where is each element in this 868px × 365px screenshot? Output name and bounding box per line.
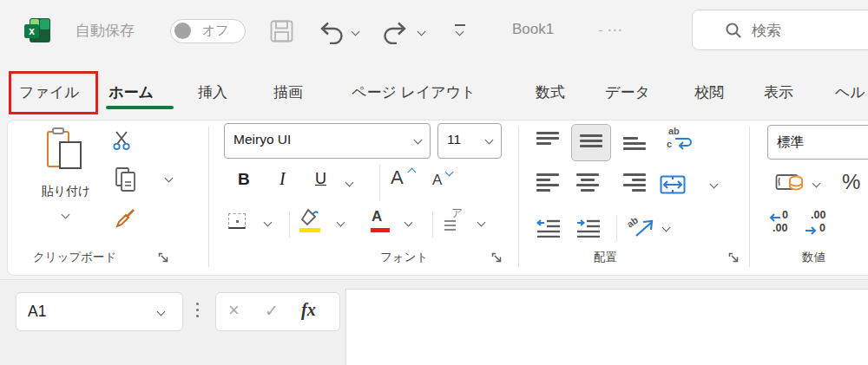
number-format-combo[interactable]: 標準: [767, 125, 868, 160]
tab-draw[interactable]: 描画: [273, 71, 303, 114]
tab-insert[interactable]: 挿入: [198, 71, 227, 114]
cell-reference: A1: [28, 303, 46, 321]
insert-function-icon[interactable]: fx: [301, 300, 316, 320]
number-group-label: 数値: [802, 250, 825, 265]
formula-buttons: × ✓ fx: [215, 292, 340, 331]
formula-bar-drag-dots-icon[interactable]: [196, 303, 200, 320]
clipboard-dialog-launcher-icon[interactable]: [158, 251, 169, 267]
clipboard-group-label: クリップボード: [33, 250, 116, 265]
font-name-value: Meiryo UI: [233, 132, 291, 147]
underline-dropdown-chevron[interactable]: [345, 179, 354, 187]
formula-input[interactable]: [345, 289, 868, 365]
search-icon: [725, 22, 742, 39]
tab-help[interactable]: ヘルプ: [835, 71, 868, 114]
cancel-icon[interactable]: ×: [228, 299, 240, 322]
alignment-dialog-launcher-icon[interactable]: [728, 251, 740, 267]
paste-button[interactable]: 貼り付け: [39, 184, 93, 199]
align-right-icon[interactable]: [623, 173, 646, 194]
quick-access-chevron-icon[interactable]: [454, 24, 466, 26]
percent-style-icon[interactable]: %: [842, 170, 860, 194]
redo-dropdown-chevron[interactable]: [418, 28, 426, 36]
currency-dropdown-chevron[interactable]: [812, 179, 821, 188]
search-box[interactable]: 検索: [692, 10, 868, 50]
redo-icon[interactable]: [383, 21, 409, 48]
group-separator: [208, 127, 209, 267]
number-format-value: 標準: [777, 134, 804, 152]
paste-icon[interactable]: [45, 127, 85, 174]
top-align-icon[interactable]: [536, 132, 559, 149]
copy-icon[interactable]: [115, 166, 137, 196]
autosave-toggle[interactable]: オフ: [170, 19, 246, 43]
increase-indent-icon[interactable]: [575, 218, 600, 241]
undo-dropdown-chevron[interactable]: [352, 28, 360, 36]
enter-icon[interactable]: ✓: [265, 301, 279, 321]
tab-data[interactable]: データ: [605, 71, 650, 114]
name-box-chevron[interactable]: [157, 308, 166, 316]
font-size-combo[interactable]: 11: [437, 123, 502, 159]
fill-color-icon[interactable]: [299, 208, 320, 231]
bold-button[interactable]: B: [238, 170, 250, 189]
font-color-dropdown-chevron[interactable]: [404, 218, 413, 227]
autosave-state: オフ: [202, 23, 229, 39]
phonetic-dropdown-chevron[interactable]: [477, 218, 486, 227]
document-title[interactable]: Book1: [512, 21, 554, 38]
name-box[interactable]: A1: [16, 292, 183, 331]
saved-status-indicator: - ⋯: [598, 21, 621, 39]
font-name-chevron[interactable]: [414, 136, 423, 145]
title-bar: x 自動保存 オフ: [0, 0, 868, 61]
wrap-text-icon[interactable]: ab c: [667, 127, 694, 155]
middle-align-button-selected[interactable]: [571, 124, 611, 161]
bottom-align-icon[interactable]: [623, 137, 646, 154]
decrease-decimal-icon[interactable]: .00 0: [806, 212, 835, 239]
active-tab-underline: [106, 106, 174, 109]
borders-dropdown-chevron[interactable]: [264, 218, 273, 227]
currency-format-icon[interactable]: [775, 173, 805, 199]
fill-color-dropdown-chevron[interactable]: [337, 218, 345, 227]
format-painter-icon[interactable]: [113, 206, 137, 234]
align-center-icon[interactable]: [576, 173, 599, 194]
decrease-font-size-button[interactable]: A: [432, 172, 442, 189]
paste-dropdown-chevron[interactable]: [62, 211, 70, 219]
decrease-indent-icon[interactable]: [536, 218, 560, 241]
middle-align-icon: [580, 134, 602, 152]
tab-formulas[interactable]: 数式: [536, 71, 565, 114]
autosave-label: 自動保存: [76, 21, 135, 41]
tab-page-layout[interactable]: ページ レイアウト: [352, 71, 477, 114]
orientation-dropdown-chevron[interactable]: [662, 224, 671, 232]
font-group-label: フォント: [380, 250, 428, 265]
borders-icon[interactable]: [228, 213, 246, 229]
font-size-value: 11: [447, 132, 461, 147]
merge-center-icon[interactable]: [660, 175, 686, 198]
tab-view[interactable]: 表示: [764, 71, 793, 114]
copy-dropdown-chevron[interactable]: [165, 174, 174, 183]
italic-button[interactable]: I: [279, 169, 286, 189]
font-size-chevron[interactable]: [485, 136, 494, 145]
tab-review[interactable]: 校閲: [694, 71, 724, 114]
underline-button[interactable]: U: [315, 170, 326, 188]
search-placeholder: 検索: [752, 21, 781, 41]
orientation-icon[interactable]: ab: [627, 215, 656, 241]
increase-decimal-icon[interactable]: 0 .00: [769, 212, 799, 239]
cut-icon[interactable]: [112, 130, 133, 154]
merge-dropdown-chevron[interactable]: [710, 180, 719, 189]
excel-window: x 自動保存 オフ: [0, 0, 868, 365]
toggle-knob: [174, 23, 191, 39]
excel-app-icon[interactable]: x: [24, 18, 50, 42]
alignment-group-label: 配置: [594, 250, 617, 265]
group-separator: [749, 127, 750, 267]
group-separator: [518, 127, 519, 267]
increase-font-size-button[interactable]: A: [391, 166, 404, 189]
save-icon[interactable]: [270, 20, 293, 46]
font-dialog-launcher-icon[interactable]: [491, 251, 503, 267]
align-left-icon[interactable]: [536, 173, 559, 194]
annotation-highlight-box: [9, 71, 98, 114]
font-color-icon[interactable]: A: [372, 208, 382, 225]
font-name-combo[interactable]: Meiryo UI: [224, 123, 431, 159]
undo-icon[interactable]: [318, 21, 344, 48]
